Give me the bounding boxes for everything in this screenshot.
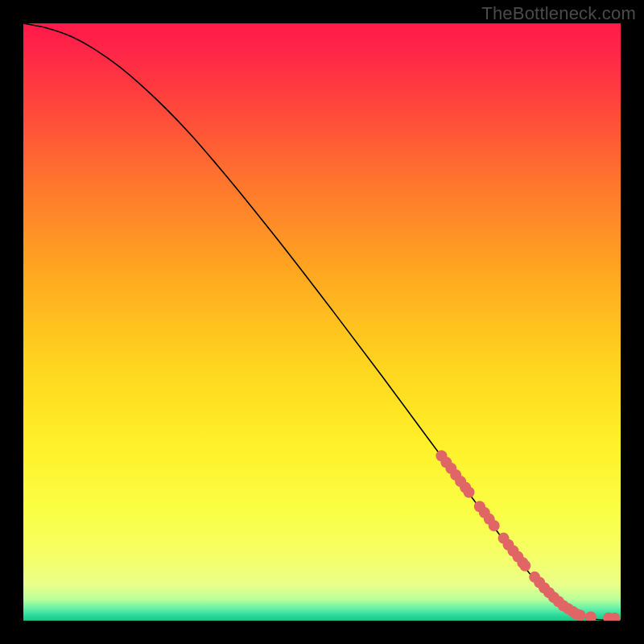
- chart-svg: [23, 23, 621, 621]
- marker-point: [519, 560, 530, 572]
- watermark-text: TheBottleneck.com: [481, 3, 636, 24]
- marker-point: [575, 609, 586, 621]
- marker-point: [464, 486, 475, 497]
- plot-area: [23, 23, 621, 621]
- marker-point: [489, 520, 500, 531]
- gradient-background: [23, 23, 621, 621]
- chart-frame: { "watermark": "TheBottleneck.com", "col…: [0, 0, 644, 644]
